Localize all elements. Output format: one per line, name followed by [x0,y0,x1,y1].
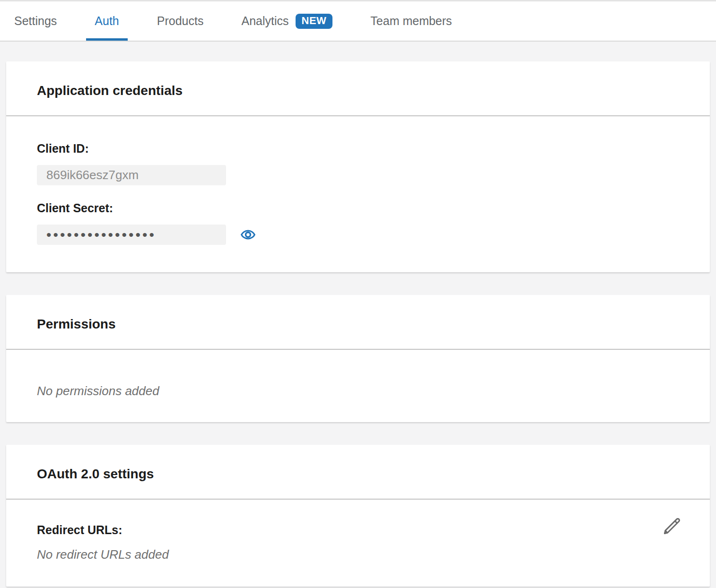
client-secret-row: •••••••••••••••• [37,225,679,245]
edit-redirect-urls-button[interactable] [661,515,683,537]
tab-settings-label: Settings [14,14,57,28]
application-credentials-title: Application credentials [37,83,679,98]
permissions-body: No permissions added [6,350,710,422]
application-credentials-body: Client ID: 869ik66esz7gxm Client Secret:… [6,116,710,272]
client-secret-masked-value: •••••••••••••••• [46,228,156,242]
main-content: Application credentials Client ID: 869ik… [0,42,716,587]
tab-analytics[interactable]: Analytics NEW [233,1,341,41]
tab-products[interactable]: Products [148,1,212,41]
permissions-empty-text: No permissions added [37,384,679,398]
tab-auth[interactable]: Auth [86,1,127,41]
oauth-settings-header: OAuth 2.0 settings [6,445,710,499]
redirect-urls-empty-text: No redirect URLs added [37,547,679,562]
tab-team-members-label: Team members [370,14,452,28]
tab-bar: Settings Auth Products Analytics NEW Tea… [0,0,716,42]
client-id-field[interactable]: 869ik66esz7gxm [37,165,226,185]
application-credentials-header: Application credentials [6,61,710,115]
redirect-urls-label: Redirect URLs: [37,523,679,537]
permissions-title: Permissions [37,317,679,332]
oauth-settings-body: Redirect URLs: No redirect URLs added [6,500,710,587]
application-credentials-card: Application credentials Client ID: 869ik… [6,61,710,272]
client-id-label: Client ID: [37,142,679,156]
oauth-settings-title: OAuth 2.0 settings [37,467,679,482]
client-secret-field[interactable]: •••••••••••••••• [37,225,226,245]
permissions-header: Permissions [6,295,710,349]
tab-products-label: Products [157,14,204,28]
permissions-card: Permissions No permissions added [6,295,710,422]
reveal-secret-button[interactable] [240,227,256,242]
eye-icon [240,227,256,242]
tab-settings[interactable]: Settings [6,1,65,41]
client-id-value: 869ik66esz7gxm [46,168,139,182]
pencil-icon [661,515,683,537]
tab-team-members[interactable]: Team members [362,1,460,41]
new-badge: NEW [296,14,333,29]
oauth-settings-card: OAuth 2.0 settings Redirect URLs: No red… [6,445,710,587]
tab-auth-label: Auth [95,14,119,28]
tab-analytics-label: Analytics [241,14,288,28]
client-secret-label: Client Secret: [37,201,679,215]
